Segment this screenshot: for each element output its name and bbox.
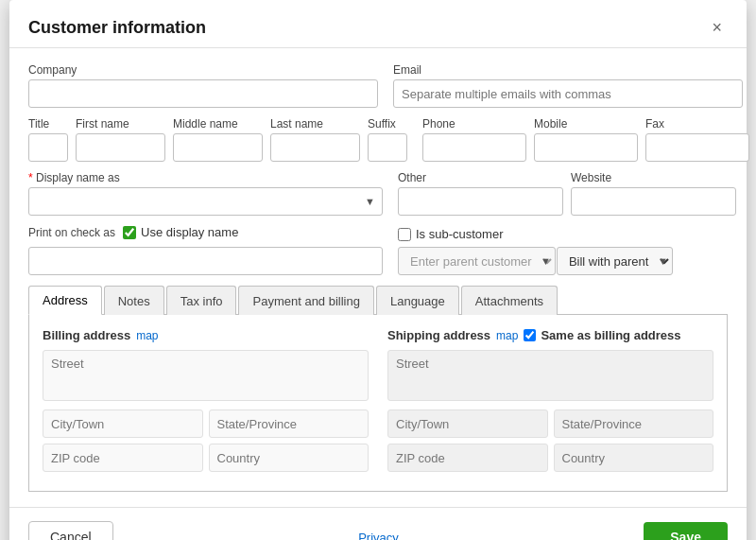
mobile-group: Mobile: [534, 117, 638, 162]
middle-name-label: Middle name: [173, 117, 263, 131]
tab-language[interactable]: Language: [376, 286, 459, 315]
shipping-zip-country-row: [387, 444, 713, 472]
title-label: Title: [28, 117, 68, 131]
display-name-select[interactable]: [28, 187, 383, 216]
billing-street-input[interactable]: [43, 350, 369, 401]
tab-payment-billing[interactable]: Payment and billing: [238, 286, 373, 315]
display-name-label: * Display name as: [28, 171, 383, 184]
fax-group: Fax: [645, 117, 749, 162]
parent-customer-row: Enter parent customer ▼ Bill with parent…: [398, 247, 668, 275]
shipping-address-col: Shipping address map Same as billing add…: [387, 328, 713, 478]
shipping-state-input: [554, 409, 714, 438]
billing-city-state-row: [43, 409, 369, 438]
middle-name-input[interactable]: [173, 133, 263, 162]
tab-content-address: Billing address map: [28, 315, 728, 492]
dialog-body: Company Email Title First name Mi: [9, 48, 747, 507]
shipping-city-state-row: [387, 409, 713, 438]
shipping-street-input: [387, 350, 713, 401]
shipping-map-link[interactable]: map: [496, 329, 518, 342]
company-label: Company: [28, 63, 378, 77]
sub-customer-group: Is sub-customer Enter parent customer ▼ …: [398, 227, 668, 275]
company-group: Company: [28, 63, 378, 108]
print-check-row: Print on check as Use display name: [28, 225, 383, 239]
billing-address-col: Billing address map: [43, 328, 369, 478]
parent-customer-select[interactable]: Enter parent customer: [398, 247, 556, 275]
tab-address[interactable]: Address: [28, 286, 102, 315]
customer-information-dialog: Customer information × Company Email Tit…: [9, 0, 747, 540]
same-as-billing-label: Same as billing address: [524, 328, 680, 342]
tab-attachments[interactable]: Attachments: [461, 286, 558, 315]
billing-state-input[interactable]: [209, 409, 369, 438]
first-name-group: First name: [76, 117, 165, 162]
billing-address-title: Billing address: [43, 328, 130, 342]
billing-city-input[interactable]: [43, 409, 203, 438]
company-email-row: Company Email: [28, 63, 728, 108]
use-display-name-checkbox[interactable]: [123, 226, 136, 239]
title-group: Title: [28, 117, 68, 162]
fax-label: Fax: [645, 117, 749, 131]
print-group: Print on check as Use display name: [28, 225, 383, 275]
is-sub-customer-checkbox[interactable]: [398, 228, 411, 241]
suffix-group: Suffix: [368, 117, 407, 162]
is-sub-customer-label: Is sub-customer: [398, 227, 668, 241]
fax-input[interactable]: [645, 133, 749, 162]
name-fields-group: Title First name Middle name Last name S…: [28, 117, 407, 162]
tab-tax-info[interactable]: Tax info: [166, 286, 237, 315]
other-input[interactable]: [398, 187, 563, 216]
same-as-billing-checkbox[interactable]: [524, 329, 536, 341]
mobile-label: Mobile: [534, 117, 638, 131]
shipping-address-header: Shipping address map Same as billing add…: [387, 328, 713, 342]
dialog-header: Customer information ×: [9, 0, 747, 48]
billing-address-header: Billing address map: [43, 328, 369, 342]
cancel-button[interactable]: Cancel: [28, 521, 113, 540]
mobile-input[interactable]: [534, 133, 638, 162]
billing-zip-country-row: [43, 444, 369, 472]
first-name-label: First name: [76, 117, 165, 131]
shipping-zip-input: [387, 444, 548, 472]
title-input[interactable]: [28, 133, 68, 162]
shipping-city-input: [387, 409, 548, 438]
print-input[interactable]: [28, 247, 383, 275]
tab-notes[interactable]: Notes: [104, 286, 164, 315]
tabs-section: Address Notes Tax info Payment and billi…: [28, 285, 728, 492]
bill-with-parent-select[interactable]: Bill with parent: [557, 247, 673, 275]
tabs-nav: Address Notes Tax info Payment and billi…: [28, 285, 728, 315]
suffix-input[interactable]: [368, 133, 407, 162]
phone-group: Phone: [422, 117, 526, 162]
email-group: Email: [393, 63, 743, 108]
email-input[interactable]: [393, 79, 743, 108]
website-label: Website: [571, 171, 736, 184]
other-group: Other: [398, 171, 563, 216]
suffix-label: Suffix: [368, 117, 407, 131]
display-name-group: * Display name as ▼: [28, 171, 383, 216]
address-columns: Billing address map: [43, 328, 713, 478]
first-name-input[interactable]: [76, 133, 165, 162]
middle-name-group: Middle name: [173, 117, 263, 162]
name-phone-row: Title First name Middle name Last name S…: [28, 117, 728, 162]
dialog-title: Customer information: [28, 18, 206, 38]
dialog-footer: Cancel Privacy Save: [9, 507, 747, 540]
display-other-row: * Display name as ▼ Other Website: [28, 171, 728, 216]
print-subcustomer-row: Print on check as Use display name Is su…: [28, 225, 728, 275]
other-label: Other: [398, 171, 563, 184]
company-input[interactable]: [28, 79, 378, 108]
close-button[interactable]: ×: [706, 17, 728, 38]
phone-input[interactable]: [422, 133, 526, 162]
billing-zip-input[interactable]: [43, 444, 203, 472]
website-input[interactable]: [571, 187, 736, 216]
website-group: Website: [571, 171, 736, 216]
save-button[interactable]: Save: [644, 522, 728, 540]
shipping-address-title: Shipping address: [387, 328, 490, 342]
other-website-group: Other Website: [398, 171, 736, 216]
last-name-label: Last name: [270, 117, 360, 131]
billing-country-input[interactable]: [209, 444, 369, 472]
shipping-country-input: [554, 444, 714, 472]
display-name-wrapper: ▼: [28, 187, 383, 216]
phone-fields-group: Phone Mobile Fax: [422, 117, 749, 162]
phone-label: Phone: [422, 117, 526, 131]
last-name-input[interactable]: [270, 133, 360, 162]
last-name-group: Last name: [270, 117, 360, 162]
use-display-name-label: Use display name: [123, 225, 238, 239]
privacy-link[interactable]: Privacy: [358, 531, 399, 541]
billing-map-link[interactable]: map: [136, 329, 158, 342]
